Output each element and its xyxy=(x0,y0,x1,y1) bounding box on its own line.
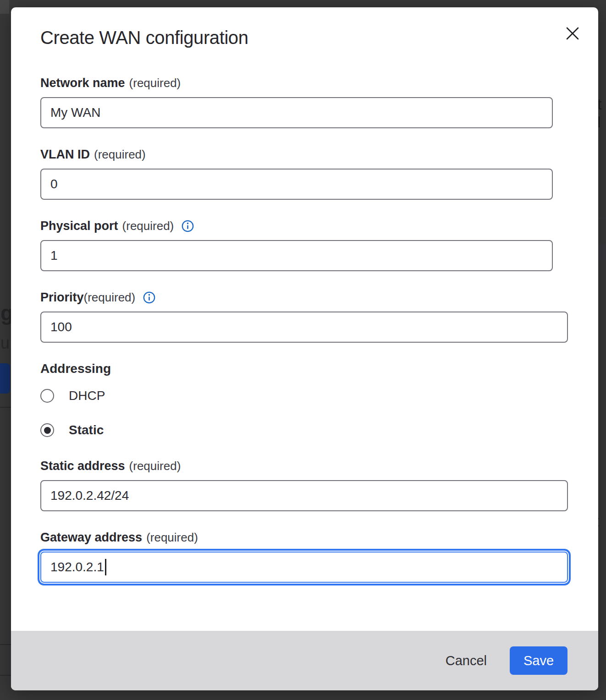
addressing-section: Addressing DHCP Static xyxy=(40,361,569,438)
gateway-address-field: Gateway address (required) 192.0.2.1 xyxy=(40,530,569,583)
radio-label[interactable]: Static xyxy=(69,423,104,438)
static-address-input[interactable] xyxy=(40,480,568,511)
addressing-option-static[interactable]: Static xyxy=(40,423,569,438)
addressing-heading: Addressing xyxy=(40,361,569,376)
network-name-input[interactable] xyxy=(40,97,553,128)
gateway-address-label: Gateway address (required) xyxy=(40,530,569,545)
vlan-id-field: VLAN ID (required) xyxy=(40,147,569,200)
static-address-label: Static address (required) xyxy=(40,459,569,473)
addressing-option-dhcp[interactable]: DHCP xyxy=(40,388,569,403)
required-hint: (required) xyxy=(129,459,181,473)
save-button[interactable]: Save xyxy=(510,646,567,675)
priority-field: Priority (required) xyxy=(40,290,569,343)
vlan-id-label: VLAN ID (required) xyxy=(40,147,569,162)
background-divider xyxy=(598,218,606,219)
required-hint: (required) xyxy=(146,530,198,545)
static-address-field: Static address (required) xyxy=(40,459,569,511)
field-label-text: Static address xyxy=(40,459,125,473)
required-hint: (required) xyxy=(84,290,136,305)
info-icon[interactable] xyxy=(143,291,155,304)
priority-input[interactable] xyxy=(40,312,568,343)
network-name-field: Network name (required) xyxy=(40,76,569,128)
required-hint: (required) xyxy=(94,147,146,162)
field-label-text: Network name xyxy=(40,76,125,90)
field-label-text: Physical port xyxy=(40,219,118,233)
vlan-id-input[interactable] xyxy=(40,169,553,200)
modal-footer: Cancel Save xyxy=(11,631,598,690)
create-wan-configuration-modal: Create WAN configuration Network name (r… xyxy=(11,7,598,690)
radio-label[interactable]: DHCP xyxy=(69,388,105,403)
cancel-button[interactable]: Cancel xyxy=(444,649,489,673)
physical-port-input[interactable] xyxy=(40,240,553,271)
gateway-address-value: 192.0.2.1 xyxy=(50,560,104,574)
radio-unselected-icon[interactable] xyxy=(40,389,54,403)
priority-label: Priority (required) xyxy=(40,290,569,305)
field-label-text: Priority xyxy=(40,290,84,305)
background-button-fragment xyxy=(0,363,10,394)
field-label-text: VLAN ID xyxy=(40,147,90,162)
background-text-fragment: u xyxy=(0,334,10,353)
background-divider xyxy=(0,644,11,645)
physical-port-field: Physical port (required) xyxy=(40,219,569,271)
background-divider xyxy=(0,407,11,408)
background-divider xyxy=(0,675,11,676)
physical-port-label: Physical port (required) xyxy=(40,219,569,233)
background-fragment xyxy=(0,0,9,14)
required-hint: (required) xyxy=(129,76,181,90)
background-text-fragment: t l xyxy=(597,95,606,131)
gateway-address-input[interactable]: 192.0.2.1 xyxy=(40,552,568,583)
radio-selected-icon[interactable] xyxy=(40,423,54,437)
field-label-text: Gateway address xyxy=(40,530,142,545)
network-name-label: Network name (required) xyxy=(40,76,569,90)
required-hint: (required) xyxy=(122,219,174,233)
text-cursor xyxy=(105,559,106,575)
modal-title: Create WAN configuration xyxy=(40,27,569,48)
background-divider xyxy=(598,244,606,261)
info-icon[interactable] xyxy=(182,220,194,232)
